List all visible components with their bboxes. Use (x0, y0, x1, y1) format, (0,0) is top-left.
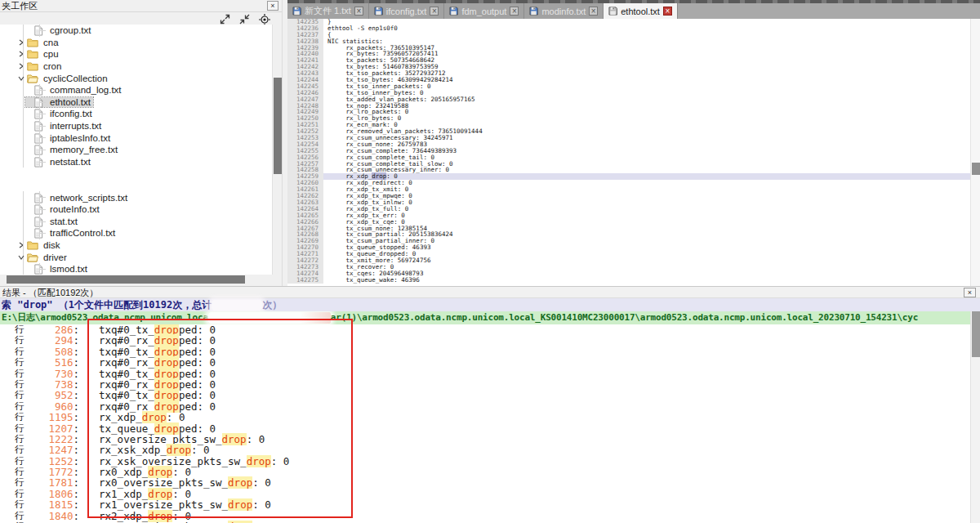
search-result-row[interactable]: 行 1815 : rx1_oversize_pkts_sw_drop: 0 (0, 499, 970, 510)
tree-item-body[interactable]: cna (25, 38, 61, 47)
tab-close-icon[interactable]: × (510, 7, 519, 16)
tree-item-body[interactable]: cyclicCollection (25, 74, 110, 83)
tree-item[interactable]: cyclicCollection (0, 72, 272, 84)
tree-item[interactable]: netstat.txt (0, 156, 272, 168)
tree-item[interactable]: stat.txt (0, 216, 272, 228)
line-text: rx_xdp_drop: 0 (323, 173, 970, 180)
tree-item[interactable]: lsmod.txt (0, 263, 272, 275)
tree-item[interactable]: interrupts.txt (0, 120, 272, 132)
chevron-icon[interactable] (17, 50, 25, 58)
close-icon[interactable]: × (964, 288, 976, 297)
search-result-row[interactable]: 行 294 : rxq#0_rx_dropped: 0 (0, 335, 970, 346)
result-row-label: 行 (0, 467, 24, 477)
search-result-row[interactable]: 行 960 : rxq#0_rx_dropped: 0 (0, 401, 970, 412)
result-rows-list: 行 286 : txq#0_tx_dropped: 0 行 294 : rxq#… (0, 324, 970, 523)
result-row-label: 行 (0, 346, 24, 357)
tree-item[interactable]: memory_free.txt (0, 144, 272, 156)
tree-connector (39, 221, 46, 222)
tree-item[interactable]: network_scripts.txt (0, 191, 272, 203)
editor-tab[interactable]: ethtool.txt × (604, 3, 678, 19)
editor-line[interactable]: 142275 tx_queue_wake: 46396 (287, 277, 970, 284)
collapse-all-icon[interactable] (238, 14, 251, 25)
search-result-row[interactable]: 行 286 : txq#0_tx_dropped: 0 (0, 324, 970, 335)
search-result-row[interactable]: 行 1207 : tx_queue_dropped: 0 (0, 423, 970, 434)
tree-item-body[interactable]: stat.txt (25, 217, 80, 226)
scrollbar-thumb[interactable] (7, 275, 245, 284)
editor-tab[interactable]: 新文件 1.txt × (287, 3, 369, 19)
tree-item[interactable]: disk (0, 239, 272, 252)
sidebar-horizontal-scrollbar[interactable] (0, 275, 272, 284)
tree-item[interactable]: trafficControl.txt (0, 227, 272, 239)
tree-item[interactable]: ifconfig.txt (0, 108, 272, 120)
tree-item-body[interactable]: driver (25, 253, 69, 262)
search-result-row[interactable]: 行 1840 : rx2_xdp_drop: 0 (0, 511, 970, 521)
tree-item[interactable]: ethtool.txt (0, 96, 272, 109)
result-file-path-line[interactable]: E:\日志\armod0523.odata.ncmp.unicom.locaar… (0, 311, 980, 324)
expand-all-icon[interactable] (219, 14, 231, 25)
tree-item-body[interactable]: routeInfo.txt (25, 204, 102, 214)
locate-file-icon[interactable] (258, 14, 270, 25)
tree-item-label: command_log.txt (47, 85, 124, 95)
tree-item[interactable]: command_log.txt (0, 84, 272, 96)
search-result-row[interactable]: 行 1195 : rx_xdp_drop: 0 (0, 412, 970, 422)
search-result-row[interactable]: 行 1222 : rx_oversize_pkts_sw_drop: 0 (0, 434, 970, 445)
tree-item-body[interactable]: ifconfig.txt (25, 109, 95, 118)
panel-splitter[interactable] (282, 0, 287, 286)
tree-connector (23, 25, 24, 37)
tree-item-body[interactable]: interrupts.txt (25, 121, 104, 131)
tab-close-icon[interactable]: × (430, 7, 439, 16)
editor-tab[interactable]: fdm_output × (444, 3, 524, 19)
tree-item[interactable]: driver (0, 251, 272, 263)
search-summary-line[interactable]: 索 "drop" （1个文件中匹配到10192次，总计次） (0, 298, 980, 311)
chevron-icon[interactable] (17, 62, 25, 70)
result-text: rxq#0_rx_dropped: 0 (79, 379, 216, 390)
tab-close-icon[interactable]: × (589, 7, 598, 16)
tree-item-body[interactable]: lsmod.txt (25, 264, 90, 274)
chevron-icon[interactable] (17, 241, 25, 249)
search-result-row[interactable]: 行 1247 : rx_xsk_xdp_drop: 0 (0, 445, 970, 455)
results-vertical-scrollbar[interactable] (970, 311, 980, 523)
editor-line[interactable]: 142236 ethtool -S enp1s0f0 (287, 25, 970, 32)
tree-item[interactable]: routeInfo.txt (0, 203, 272, 216)
tree-item-body[interactable]: cpu (25, 49, 61, 59)
tree-item-body[interactable]: cgroup.txt (25, 25, 94, 35)
search-result-row[interactable]: 行 516 : rxq#0_rx_dropped: 0 (0, 357, 970, 368)
chevron-icon[interactable] (17, 253, 25, 262)
scrollbar-thumb[interactable] (972, 311, 980, 357)
search-result-row[interactable]: 行 1772 : rx0_xdp_drop: 0 (0, 467, 970, 477)
sidebar-vertical-scrollbar[interactable] (272, 25, 282, 275)
result-row-label: 行 (0, 357, 24, 368)
search-result-row[interactable]: 行 508 : txq#0_tx_dropped: 0 (0, 346, 970, 357)
tree-item-body[interactable]: disk (25, 240, 62, 250)
tree-item[interactable]: iptablesInfo.txt (0, 132, 272, 144)
tree-item[interactable]: cpu (0, 48, 272, 60)
search-result-row[interactable]: 行 1781 : rx0_oversize_pkts_sw_drop: 0 (0, 477, 970, 488)
chevron-icon[interactable] (17, 38, 25, 47)
line-text: rx_xdp_tx_inlnw: 0 (323, 199, 970, 206)
tree-item[interactable]: cron (0, 60, 272, 73)
result-row-label: 行 (0, 324, 24, 335)
tree-item-body[interactable]: netstat.txt (25, 157, 93, 167)
search-result-row[interactable]: 行 738 : rxq#0_rx_dropped: 0 (0, 379, 970, 390)
search-result-row[interactable]: 行 1252 : rx_xsk_oversize_pkts_sw_drop: 0 (0, 456, 970, 467)
search-result-row[interactable]: 行 1806 : rx1_xdp_drop: 0 (0, 489, 970, 499)
tree-item[interactable]: cna (0, 37, 272, 49)
tab-close-icon[interactable]: × (354, 7, 363, 16)
search-result-row[interactable]: 行 952 : txq#0_tx_dropped: 0 (0, 390, 970, 400)
result-colon: : (74, 324, 80, 335)
result-colon: : (74, 489, 80, 499)
scrollbar-thumb[interactable] (972, 163, 980, 175)
tree-item-body[interactable]: cron (25, 61, 64, 71)
close-icon[interactable]: × (267, 1, 278, 11)
tree-item[interactable]: cgroup.txt (0, 25, 272, 37)
editor-tab[interactable]: ifconfig.txt × (369, 3, 445, 19)
editor-tab[interactable]: modinfo.txt × (524, 3, 604, 19)
tab-close-icon[interactable]: × (663, 7, 672, 16)
scrollbar-thumb[interactable] (274, 78, 282, 174)
editor-line[interactable]: 142237 { (287, 32, 970, 38)
tree-item-body[interactable]: ethtool.txt (25, 97, 93, 107)
search-result-row[interactable]: 行 730 : txq#0_tx_dropped: 0 (0, 369, 970, 379)
editor-vertical-scrollbar[interactable] (970, 19, 980, 286)
chevron-icon[interactable] (17, 74, 25, 83)
text-editor[interactable]: 142235 } 142236 ethtool -S enp1s0f0 1422… (287, 19, 970, 286)
